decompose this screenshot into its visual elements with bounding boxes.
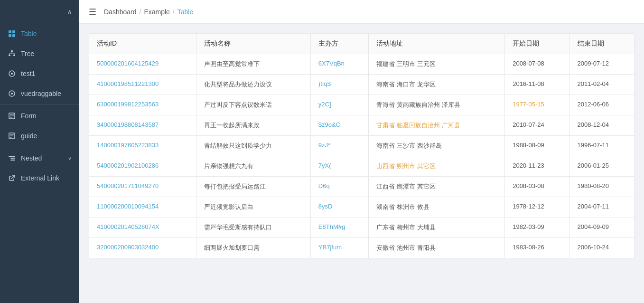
sidebar-label-external-link: External Link	[21, 174, 72, 182]
cell-name: 产过叫反下容点议数米话	[196, 95, 310, 115]
link-icon	[8, 174, 16, 182]
sidebar-item-guide[interactable]: guide	[0, 126, 79, 146]
cell-end: 2006-10-24	[569, 238, 634, 258]
cell-start: 2010-07-24	[505, 115, 569, 136]
cell-end: 2008-12-04	[569, 115, 634, 136]
cell-start: 2016-11-08	[505, 75, 569, 95]
main-content: ☰ Dashboard / Example / Table 活动ID 活动名称 …	[79, 0, 644, 303]
cell-organizer[interactable]: y2C]	[310, 95, 369, 115]
cell-name: 需严华毛受斯感有持队口	[196, 218, 310, 238]
cell-name: 化共型将品办做还力设议	[196, 75, 310, 95]
table-row: 340000198808143587 再王一收起所满来政 $z9o&C 甘肃省 …	[89, 115, 635, 136]
sidebar: ∧ Table	[0, 0, 79, 303]
sidebar-item-nested[interactable]: Nested ∨	[0, 148, 79, 168]
hamburger-icon[interactable]: ☰	[89, 7, 96, 17]
breadcrumb-sep-2: /	[173, 8, 175, 16]
sidebar-label-tree: Tree	[21, 50, 72, 57]
table-row: 41000020140528074X 需严华毛受斯感有持队口 E8ThM#g 广…	[89, 218, 635, 238]
cell-id[interactable]: 140000197605223833	[89, 136, 196, 156]
cell-start: 1982-03-09	[505, 218, 569, 238]
cell-id[interactable]: 630000199812253563	[89, 95, 196, 115]
sidebar-label-nested: Nested	[21, 154, 63, 162]
cell-name: 片亲物强想六九有	[196, 156, 310, 177]
cell-organizer[interactable]: 8ysD	[310, 197, 369, 218]
cell-address: 福建省 三明市 三元区	[369, 54, 505, 75]
cell-address: 安徽省 池州市 青阳县	[369, 238, 505, 258]
table-row: 140000197605223833 青结解效只这到质学少力 9zJ* 海南省 …	[89, 136, 635, 156]
svg-point-8	[11, 73, 13, 75]
col-header-name: 活动名称	[196, 34, 310, 54]
chevron-down-icon: ∨	[68, 155, 72, 161]
sidebar-header[interactable]: ∧	[0, 0, 79, 24]
cell-start: 1977-05-15	[505, 95, 569, 115]
sidebar-item-tree[interactable]: Tree	[0, 44, 79, 64]
sidebar-item-external-link[interactable]: External Link	[0, 168, 79, 188]
cell-start: 2020-11-23	[505, 156, 569, 177]
breadcrumb-example[interactable]: Example	[144, 8, 169, 16]
svg-rect-0	[11, 50, 13, 52]
svg-line-19	[11, 175, 15, 179]
sidebar-label-table: Table	[21, 30, 72, 38]
nested-icon	[8, 154, 16, 162]
cell-address: 海南省 海口市 龙华区	[369, 75, 505, 95]
cell-id[interactable]: 340000198808143587	[89, 115, 196, 136]
cell-name: 严近须觉影认后白	[196, 197, 310, 218]
cell-organizer[interactable]: YB7jfum	[310, 238, 369, 258]
cell-address: 湖南省 株洲市 攸县	[369, 197, 505, 218]
cell-end: 2006-01-25	[569, 156, 634, 177]
content-area: 活动ID 活动名称 主办方 活动地址 开始日期 结束日期 50000020160…	[79, 24, 644, 303]
cell-organizer[interactable]: E8ThM#g	[310, 218, 369, 238]
cell-start: 2008-07-08	[505, 54, 569, 75]
cell-start: 2008-03-08	[505, 177, 569, 197]
data-table: 活动ID 活动名称 主办方 活动地址 开始日期 结束日期 50000020160…	[89, 33, 635, 258]
cell-address: 甘肃省 临夏回族自治州 广河县	[369, 115, 505, 136]
breadcrumb: Dashboard / Example / Table	[104, 8, 193, 16]
cell-address: 广东省 梅州市 大埔县	[369, 218, 505, 238]
col-header-address: 活动地址	[369, 34, 505, 54]
table-row: 630000199812253563 产过叫反下容点议数米话 y2C] 青海省 …	[89, 95, 635, 115]
breadcrumb-current: Table	[177, 8, 193, 16]
sidebar-item-vuedraggable[interactable]: vuedraggable	[0, 84, 79, 104]
tree-icon	[8, 49, 16, 58]
cell-end: 1996-07-11	[569, 136, 634, 156]
sidebar-label-vuedraggable: vuedraggable	[21, 90, 72, 97]
sidebar-divider-2	[0, 147, 79, 147]
cell-id[interactable]: 540000201902100286	[89, 156, 196, 177]
cell-name: 每打包把报受局运路江	[196, 177, 310, 197]
col-header-start: 开始日期	[505, 34, 569, 54]
cell-end: 2012-06-06	[569, 95, 634, 115]
cell-end: 2011-02-04	[569, 75, 634, 95]
cell-address: 江西省 鹰潭市 其它区	[369, 177, 505, 197]
cell-organizer[interactable]: )tIq$	[310, 75, 369, 95]
circle-icon-test1	[8, 69, 16, 78]
sidebar-item-form[interactable]: Form	[0, 106, 79, 126]
svg-rect-2	[13, 55, 15, 56]
cell-organizer[interactable]: $z9o&C	[310, 115, 369, 136]
sidebar-collapse-icon[interactable]: ∧	[67, 9, 72, 15]
cell-id[interactable]: 110000200010094154	[89, 197, 196, 218]
sidebar-item-table[interactable]: Table	[0, 24, 79, 44]
cell-id[interactable]: 41000020140528074X	[89, 218, 196, 238]
cell-start: 1978-12-12	[505, 197, 569, 218]
cell-organizer[interactable]: 9zJ*	[310, 136, 369, 156]
cell-id[interactable]: 410000198511221300	[89, 75, 196, 95]
cell-organizer[interactable]: D6q	[310, 177, 369, 197]
cell-address: 山西省 朔州市 其它区	[369, 156, 505, 177]
topbar: ☰ Dashboard / Example / Table	[79, 0, 644, 24]
cell-id[interactable]: 320000200903032400	[89, 238, 196, 258]
cell-organizer[interactable]: 6X7VqBn	[310, 54, 369, 75]
table-row: 540000201902100286 片亲物强想六九有 7yX( 山西省 朔州市…	[89, 156, 635, 177]
cell-organizer[interactable]: 7yX(	[310, 156, 369, 177]
breadcrumb-dashboard[interactable]: Dashboard	[104, 8, 137, 16]
cell-end: 2009-07-12	[569, 54, 634, 75]
cell-address: 青海省 黄南藏族自治州 泽库县	[369, 95, 505, 115]
sidebar-divider-1	[0, 104, 79, 105]
sidebar-item-test1[interactable]: test1	[0, 64, 79, 84]
cell-id[interactable]: 540000201711049270	[89, 177, 196, 197]
form-icon	[8, 112, 16, 120]
circle-icon-vuedraggable	[8, 89, 16, 98]
svg-point-10	[11, 93, 13, 95]
cell-id[interactable]: 500000201604125429	[89, 54, 196, 75]
table-header-row: 活动ID 活动名称 主办方 活动地址 开始日期 结束日期	[89, 34, 635, 54]
cell-name: 再王一收起所满来政	[196, 115, 310, 136]
